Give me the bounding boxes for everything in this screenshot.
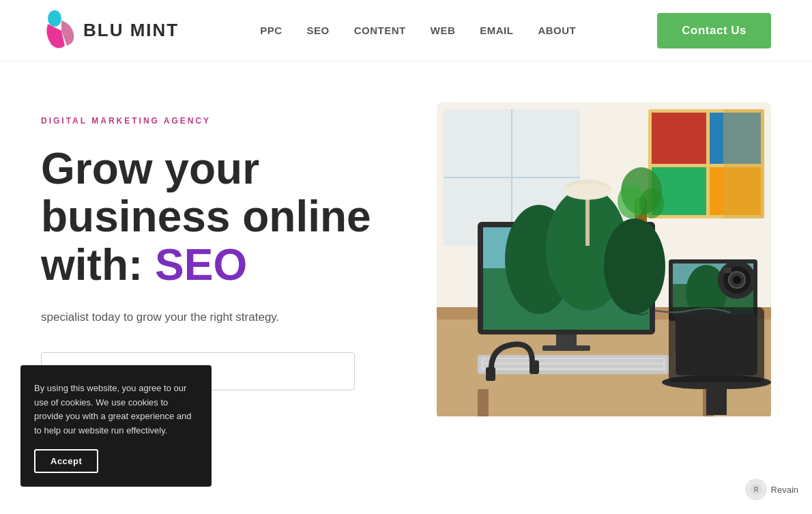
svg-point-0 — [48, 10, 61, 27]
nav-item-seo[interactable]: SEO — [307, 25, 330, 36]
svg-rect-27 — [542, 345, 590, 351]
svg-rect-38 — [483, 370, 663, 373]
svg-rect-37 — [483, 365, 663, 368]
revain-widget: R Revain — [745, 479, 798, 500]
svg-text:R: R — [753, 486, 759, 494]
desk-scene-svg — [437, 102, 771, 416]
svg-rect-45 — [723, 268, 731, 273]
svg-point-25 — [604, 218, 665, 314]
svg-rect-36 — [483, 359, 663, 362]
svg-rect-3 — [652, 113, 706, 164]
contact-button[interactable]: Contact Us — [657, 13, 771, 48]
svg-rect-53 — [706, 388, 727, 415]
nav-item-about[interactable]: ABOUT — [538, 25, 576, 36]
logo-area: BLU MINT — [41, 10, 179, 51]
svg-point-14 — [639, 188, 664, 218]
header: BLU MINT PPC SEO CONTENT WEB EMAIL ABOUT… — [0, 0, 812, 61]
hero-subtitle: DIGITAL MARKETING AGENCY — [41, 116, 396, 126]
svg-rect-55 — [676, 314, 757, 375]
hero-title-highlight: SEO — [155, 240, 247, 289]
main-nav: PPC SEO CONTENT WEB EMAIL ABOUT — [260, 25, 576, 36]
nav-item-web[interactable]: WEB — [431, 25, 456, 36]
hero-title-line3-prefix: with: — [41, 240, 155, 289]
svg-rect-47 — [530, 360, 539, 374]
logo-text: BLU MINT — [83, 20, 179, 41]
hero-title-line2: business online — [41, 192, 371, 241]
revain-icon: R — [745, 479, 767, 500]
hero-image — [437, 102, 771, 419]
svg-rect-7 — [723, 109, 764, 218]
cookie-banner: By using this website, you agree to our … — [20, 365, 212, 487]
logo-icon — [41, 10, 76, 51]
cookie-text: By using this website, you agree to our … — [34, 382, 198, 438]
svg-rect-26 — [556, 334, 577, 347]
revain-label: Revain — [771, 485, 798, 495]
hero-description: specialist today to grow your the right … — [41, 308, 368, 328]
accept-button[interactable]: Accept — [34, 449, 98, 473]
hero-title-line1: Grow your — [41, 144, 259, 193]
nav-item-content[interactable]: CONTENT — [354, 25, 406, 36]
nav-item-ppc[interactable]: PPC — [260, 25, 282, 36]
hero-title: Grow your business online with: SEO — [41, 145, 396, 289]
svg-point-58 — [564, 183, 611, 199]
revain-logo-icon: R — [749, 483, 763, 496]
nav-item-email[interactable]: EMAIL — [480, 25, 513, 36]
svg-rect-46 — [486, 367, 495, 381]
svg-rect-17 — [478, 389, 489, 416]
svg-point-44 — [733, 276, 741, 284]
